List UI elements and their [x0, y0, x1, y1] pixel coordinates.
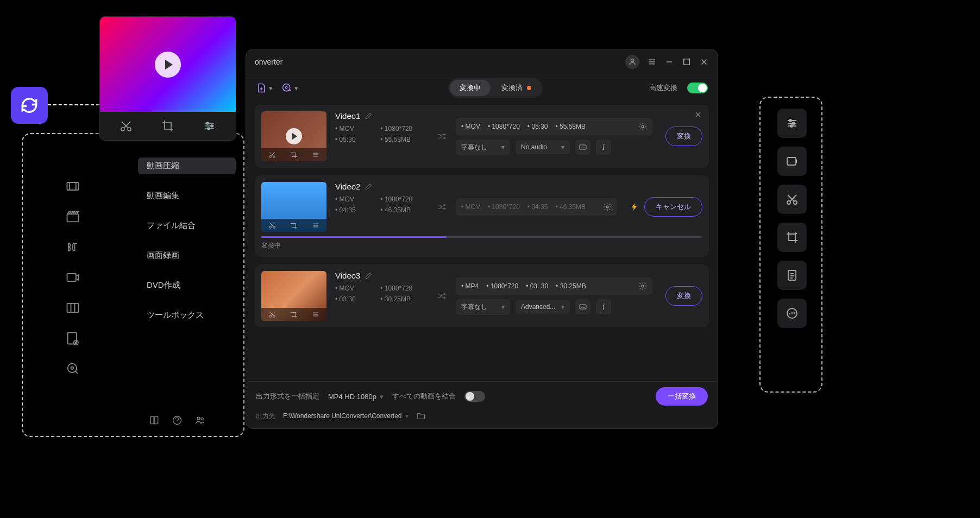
- minimize-icon[interactable]: [664, 57, 674, 67]
- sliders-icon[interactable]: [312, 151, 319, 159]
- convert-button[interactable]: 変換: [665, 286, 702, 306]
- tab-converting[interactable]: 変換中: [450, 80, 491, 96]
- sliders-icon[interactable]: [312, 311, 319, 318]
- svg-point-19: [286, 87, 287, 89]
- play-icon[interactable]: [155, 52, 181, 78]
- edit-icon[interactable]: [365, 112, 373, 120]
- cut-icon[interactable]: [268, 151, 276, 159]
- audio-select[interactable]: No audio▾: [516, 140, 570, 154]
- people-icon[interactable]: [194, 415, 205, 426]
- tab-converted[interactable]: 変換済: [492, 80, 541, 96]
- convert-button[interactable]: 変換: [665, 127, 702, 146]
- sliders-icon[interactable]: [312, 222, 319, 229]
- maximize-icon[interactable]: [682, 57, 692, 67]
- nav-compress[interactable]: 動画圧縮: [138, 157, 236, 174]
- sidebar: 動画圧縮 動画編集 ファイル結合 画面録画 DVD作成 ツールボックス: [138, 157, 236, 324]
- image-swap-icon[interactable]: [777, 147, 807, 176]
- edit-icon[interactable]: [365, 182, 373, 191]
- cut-icon[interactable]: [120, 119, 133, 132]
- nav-edit[interactable]: 動画編集: [138, 187, 236, 204]
- help-icon[interactable]: [172, 415, 183, 426]
- cut-icon[interactable]: [268, 222, 276, 229]
- fast-convert-toggle[interactable]: [687, 83, 708, 93]
- nav-merge[interactable]: ファイル結合: [138, 217, 236, 234]
- fast-convert-label: 高速変換: [649, 83, 677, 93]
- preview-card: [99, 16, 236, 141]
- video-name: Video3: [335, 271, 360, 280]
- batch-convert-button[interactable]: 一括変換: [656, 387, 708, 406]
- nav-record[interactable]: 画面録画: [138, 247, 236, 264]
- output-path-select[interactable]: F:\Wondershare UniConverter\Converted▾: [283, 412, 409, 420]
- right-toolbar: [772, 109, 812, 328]
- add-file-button[interactable]: ▾: [256, 83, 273, 93]
- subtitle-icon[interactable]: [575, 299, 590, 314]
- meta-duration: 05:30: [335, 136, 370, 143]
- progress-bar: [261, 236, 702, 238]
- info-icon[interactable]: i: [596, 140, 611, 155]
- sliders-icon[interactable]: [203, 119, 216, 132]
- sliders-icon[interactable]: [777, 109, 807, 138]
- format-select[interactable]: MP4 HD 1080p▾: [328, 393, 384, 401]
- cancel-button[interactable]: キャンセル: [644, 197, 702, 217]
- avatar-icon[interactable]: [625, 55, 639, 69]
- book-icon[interactable]: [149, 415, 160, 426]
- crop-icon[interactable]: [290, 151, 298, 159]
- subtitle-select[interactable]: 字幕なし▾: [456, 299, 510, 315]
- svg-rect-0: [67, 182, 79, 190]
- svg-point-26: [606, 206, 608, 208]
- sync-icon: [11, 87, 48, 124]
- progress-label: 変換中: [261, 241, 702, 250]
- output-meta: MOV 1080*720 04:35 46.35MB: [456, 198, 617, 216]
- video-compress-icon: [65, 179, 80, 194]
- status-tabs: 変換中 変換済: [448, 78, 542, 98]
- cut-icon[interactable]: [777, 185, 807, 214]
- video-name: Video1: [335, 111, 360, 121]
- toolbar: ▾ ▾ 変換中 変換済 高速変換: [246, 74, 718, 102]
- arrow-icon: [436, 131, 447, 142]
- gear-icon[interactable]: [603, 203, 612, 211]
- video-list: Video1 MOV 1080*720 05:30 55.58MB MOV 10…: [246, 102, 718, 381]
- dot-indicator: [527, 86, 531, 90]
- nav-dvd[interactable]: DVD作成: [138, 277, 236, 294]
- crop-icon[interactable]: [161, 119, 174, 132]
- subtitle-icon[interactable]: [575, 140, 590, 155]
- crop-icon[interactable]: [290, 311, 298, 318]
- info-icon[interactable]: i: [596, 299, 611, 314]
- bolt-icon: [630, 203, 639, 211]
- video-thumbnail[interactable]: [261, 111, 326, 161]
- bottom-bar: 出力形式を一括指定 MP4 HD 1080p▾ すべての動画を結合 一括変換 出…: [246, 381, 718, 428]
- svg-point-32: [793, 122, 795, 124]
- subtitle-select[interactable]: 字幕なし▾: [456, 140, 510, 155]
- svg-point-31: [789, 119, 791, 122]
- left-toolbar: [54, 166, 91, 389]
- meta-size: 55.58MB: [380, 136, 428, 143]
- video-thumbnail[interactable]: [261, 182, 326, 232]
- edit-icon[interactable]: [365, 271, 373, 280]
- doc-lines-icon[interactable]: [777, 261, 807, 290]
- nav-toolbox[interactable]: ツールボックス: [138, 307, 236, 324]
- chart-circle-icon[interactable]: [777, 299, 807, 328]
- play-icon[interactable]: [286, 128, 302, 144]
- record-icon: [65, 270, 80, 285]
- sidebar-footer: [149, 415, 205, 426]
- gif-icon: [65, 239, 80, 255]
- merge-toggle[interactable]: [464, 391, 485, 402]
- cut-icon[interactable]: [268, 311, 276, 318]
- crop-plus-icon[interactable]: [777, 223, 807, 252]
- svg-point-22: [642, 125, 644, 128]
- svg-rect-1: [67, 214, 79, 222]
- preview-thumbnail[interactable]: [100, 17, 236, 112]
- close-icon[interactable]: [699, 57, 709, 67]
- gear-icon[interactable]: [638, 122, 647, 131]
- crop-icon[interactable]: [290, 222, 298, 229]
- add-disc-button[interactable]: ▾: [281, 83, 298, 93]
- menu-icon[interactable]: [647, 57, 657, 67]
- video-thumbnail[interactable]: [261, 271, 326, 321]
- audio-select[interactable]: Advanced...▾: [516, 300, 570, 314]
- gear-icon[interactable]: [638, 282, 647, 290]
- folder-icon[interactable]: [416, 411, 426, 421]
- svg-point-11: [211, 125, 213, 127]
- close-icon[interactable]: [694, 110, 702, 119]
- arrow-icon: [436, 201, 447, 212]
- merge-label: すべての動画を結合: [392, 391, 456, 401]
